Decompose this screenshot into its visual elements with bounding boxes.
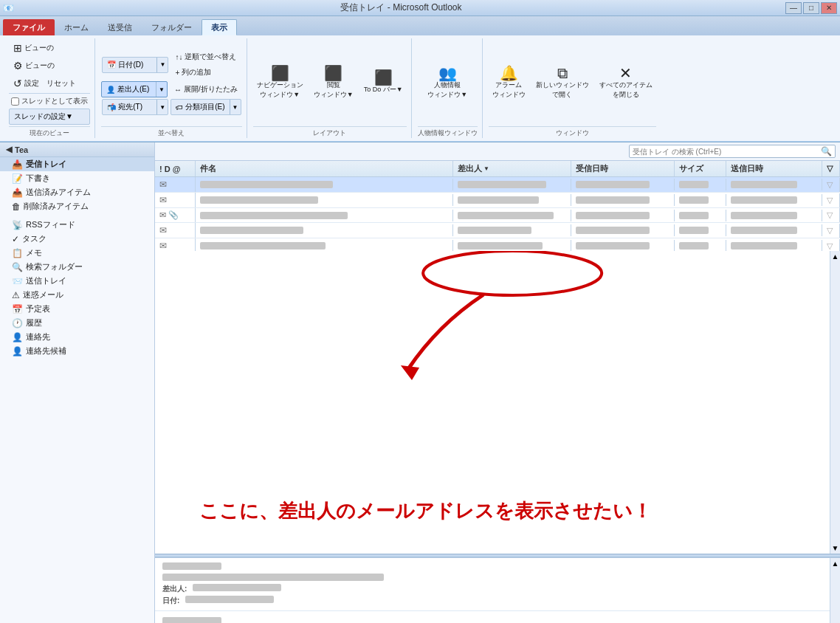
nav-window-button[interactable]: ⬛ ナビゲーションウィンドウ▼: [253, 63, 307, 102]
group-current-view-label: 現在のビュー: [9, 126, 90, 138]
todo-bar-icon: ⬛: [374, 70, 393, 85]
outbox-icon: 📨: [12, 276, 23, 286]
tab-view[interactable]: 表示: [202, 19, 237, 35]
preview-scroll-up[interactable]: ▲: [830, 558, 840, 569]
row-from: [453, 240, 571, 251]
sidebar-item-task[interactable]: ✓ タスク: [0, 232, 154, 246]
col-header-subject[interactable]: 件名: [196, 161, 453, 176]
sidebar-item-sent[interactable]: 📤 送信済みアイテム: [0, 185, 154, 199]
preview-body-text: [162, 617, 221, 623]
sidebar-item-junk[interactable]: ⚠ 迷惑メール: [0, 288, 154, 302]
view-settings-button[interactable]: ⚙ ビューの: [9, 58, 59, 74]
scroll-down-button[interactable]: ▼: [830, 543, 840, 554]
preview-window-icon: ⬛: [324, 66, 342, 80]
row-from: [453, 224, 571, 236]
sidebar-item-deleted[interactable]: 🗑 削除済みアイテム: [0, 199, 154, 213]
tab-folder[interactable]: フォルダー: [142, 19, 202, 35]
preview-pane: 差出人: 日付: ▲ ▼: [155, 557, 840, 623]
search-icon[interactable]: 🔍: [821, 146, 832, 156]
minimize-button[interactable]: —: [785, 2, 802, 14]
thread-view-checkbox[interactable]: スレッドとして表示: [9, 95, 90, 107]
sidebar-item-contacts[interactable]: 👤 連絡先: [0, 330, 154, 344]
rss-icon: 📡: [12, 220, 23, 230]
row-received: [571, 194, 675, 206]
category-sort-button[interactable]: 🏷 分類項目(E) ▼: [171, 99, 241, 115]
row-flag: ▽: [822, 178, 840, 192]
view-settings-icon: ⚙: [13, 60, 23, 72]
sidebar-item-outbox[interactable]: 📨 送信トレイ: [0, 274, 154, 288]
alarm-button[interactable]: 🔔 アラームウィンドウ: [489, 63, 529, 102]
sidebar-item-search-folder[interactable]: 🔍 検索フォルダー: [0, 260, 154, 274]
close-all-button[interactable]: ✕ すべてのアイテムを閉じる: [596, 63, 656, 102]
search-folder-icon: 🔍: [12, 262, 23, 272]
email-scrollbar[interactable]: ▲ ▼: [830, 251, 840, 554]
col-header-icons[interactable]: ! D @: [155, 161, 196, 176]
row-from: [453, 194, 571, 206]
search-bar: 🔍: [155, 142, 840, 161]
svg-marker-1: [401, 365, 419, 380]
new-window-button[interactable]: ⧉ 新しいウィンドウで開く: [532, 63, 593, 102]
table-row[interactable]: ✉: [155, 177, 840, 193]
table-row[interactable]: ✉ 📎: [155, 208, 840, 223]
col-header-flag[interactable]: ▽: [822, 161, 840, 176]
col-header-received[interactable]: 受信日時: [571, 161, 675, 176]
col-header-sent[interactable]: 送信日時: [726, 161, 822, 176]
email-list-header: ! D @ 件名 差出人 ▼ 受信日時 サイズ 送信日時: [155, 161, 840, 177]
sidebar: ◀ Tea 📥 受信トレイ 📝 下書き 📤 送信済みアイテム 🗑 削除済みアイテ…: [0, 142, 155, 623]
email-rows: ✉: [155, 177, 840, 251]
dest-sort-button[interactable]: 📬 宛先(T) ▼: [102, 99, 168, 115]
deleted-icon: 🗑: [12, 202, 21, 212]
row-subject: [196, 194, 453, 206]
arrow-svg: [155, 251, 840, 421]
sidebar-item-contacts-cand[interactable]: 👤 連絡先候補: [0, 344, 154, 358]
thread-checkbox-input[interactable]: [11, 97, 19, 106]
sender-sort-button[interactable]: 👤 差出人(E) ▼: [101, 81, 168, 97]
sidebar-item-rss[interactable]: 📡 RSSフィード: [0, 218, 154, 232]
preview-from: [193, 584, 281, 591]
tab-send-receive[interactable]: 送受信: [98, 19, 142, 35]
sidebar-collapse-icon[interactable]: ◀: [6, 145, 12, 154]
table-row[interactable]: ✉: [155, 223, 840, 238]
preview-window-button[interactable]: ⬛ 閲覧ウィンドウ▼: [310, 63, 357, 102]
row-size: [675, 240, 726, 251]
col-header-size[interactable]: サイズ: [675, 161, 726, 176]
table-row[interactable]: ✉: [155, 238, 840, 251]
todo-bar-button[interactable]: ⬛ To Do バー▼: [360, 68, 407, 97]
col-header-from[interactable]: 差出人 ▼: [453, 161, 571, 176]
reverse-sort-button[interactable]: ↑↓ 逆順で並べ替え: [171, 49, 241, 64]
contacts-cand-icon: 👤: [12, 346, 23, 357]
tab-home[interactable]: ホーム: [55, 19, 98, 35]
tab-file[interactable]: ファイル: [3, 19, 55, 35]
view-change-button[interactable]: ⊞ ビューの: [9, 40, 58, 56]
expand-button[interactable]: ↔ 展開/折りたたみ: [170, 82, 242, 97]
group-window: 🔔 アラームウィンドウ ⧉ 新しいウィンドウで開く ✕ すべてのアイテムを閉じる…: [484, 38, 661, 138]
maximize-button[interactable]: □: [803, 2, 819, 14]
sidebar-item-memo[interactable]: 📋 メモ: [0, 246, 154, 260]
add-column-button[interactable]: + 列の追加: [171, 65, 241, 80]
people-info-button[interactable]: 👥 人物情報ウィンドウ▼: [424, 63, 471, 102]
thread-settings-button[interactable]: スレッドの設定▼: [9, 109, 90, 125]
table-row[interactable]: ✉: [155, 193, 840, 208]
row-received: [571, 210, 675, 221]
date-icon: 📅: [107, 61, 116, 69]
nav-window-icon: ⬛: [271, 66, 289, 80]
sidebar-item-schedule[interactable]: 📅 予定表: [0, 302, 154, 316]
close-button[interactable]: ✕: [821, 2, 837, 14]
sidebar-item-drafts[interactable]: 📝 下書き: [0, 171, 154, 185]
row-sent: [726, 224, 822, 236]
date-sort-button[interactable]: 📅 日付(D) ▼: [102, 57, 168, 73]
row-flag: ▽: [822, 193, 840, 207]
ribbon-tab-bar: ファイル ホーム 送受信 フォルダー 表示: [0, 16, 840, 35]
search-input[interactable]: [633, 148, 821, 156]
view-reset-button[interactable]: ↺ 設定 リセット: [9, 75, 80, 92]
schedule-icon: 📅: [12, 304, 23, 314]
preview-body: [155, 611, 840, 623]
row-icons: ✉: [155, 193, 196, 207]
sidebar-item-history[interactable]: 🕐 履歴: [0, 316, 154, 330]
scroll-up-button[interactable]: ▲: [830, 251, 840, 262]
group-people-label: 人物情報ウィンドウ: [418, 126, 478, 138]
expand-icon: ↔: [174, 86, 182, 94]
sidebar-item-inbox[interactable]: 📥 受信トレイ: [0, 157, 154, 171]
preview-scrollbar[interactable]: ▲ ▼: [830, 558, 840, 623]
group-arrange-label: 並べ替え: [101, 126, 242, 138]
